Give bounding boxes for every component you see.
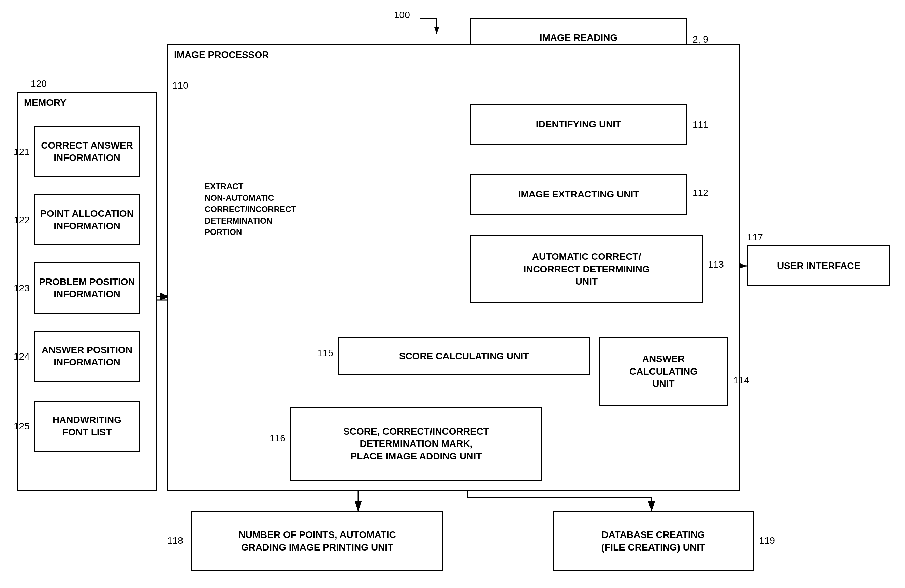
- ref-125: 125: [14, 421, 30, 432]
- identifying-unit-label: IDENTIFYING UNIT: [536, 118, 621, 130]
- ref-120: 120: [31, 78, 47, 89]
- score-mark-label: SCORE, CORRECT/INCORRECTDETERMINATION MA…: [343, 425, 489, 463]
- ref-124: 124: [14, 351, 30, 362]
- prob-position-label: PROBLEM POSITIONINFORMATION: [39, 276, 135, 301]
- database-label: DATABASE CREATING(FILE CREATING) UNIT: [602, 529, 705, 553]
- prob-position-box: PROBLEM POSITIONINFORMATION: [34, 263, 140, 314]
- num-points-box: NUMBER OF POINTS, AUTOMATICGRADING IMAGE…: [191, 511, 443, 571]
- extract-text-label: EXTRACTNON-AUTOMATICCORRECT/INCORRECTDET…: [205, 181, 317, 238]
- memory-label: MEMORY: [24, 97, 67, 108]
- ref-117: 117: [747, 232, 763, 243]
- handwriting-box: HANDWRITINGFONT LIST: [34, 401, 140, 452]
- ref-111: 111: [692, 119, 708, 130]
- score-calc-label: SCORE CALCULATING UNIT: [399, 350, 529, 362]
- ref-114: 114: [734, 375, 749, 386]
- ref-123: 123: [14, 283, 30, 294]
- image-processor-label: IMAGE PROCESSOR: [174, 49, 269, 60]
- answer-position-box: ANSWER POSITIONINFORMATION: [34, 331, 140, 382]
- ref-121: 121: [14, 147, 30, 157]
- ref-29: 2, 9: [692, 34, 708, 45]
- ref-115: 115: [317, 348, 333, 358]
- ref-110: 110: [172, 80, 188, 91]
- point-alloc-label: POINT ALLOCATIONINFORMATION: [40, 208, 134, 233]
- ref-100: 100: [394, 10, 410, 21]
- ref-112: 112: [692, 187, 708, 198]
- user-interface-box: USER INTERFACE: [747, 246, 890, 286]
- score-mark-box: SCORE, CORRECT/INCORRECTDETERMINATION MA…: [290, 407, 542, 481]
- image-extracting-unit-label: IMAGE EXTRACTING UNIT: [518, 188, 639, 200]
- auto-correct-box: AUTOMATIC CORRECT/INCORRECT DETERMININGU…: [470, 235, 703, 303]
- ref-122: 122: [14, 215, 30, 226]
- image-extracting-unit-box: IMAGE EXTRACTING UNIT: [470, 174, 687, 215]
- answer-calc-label: ANSWERCALCULATINGUNIT: [629, 353, 698, 390]
- auto-correct-label: AUTOMATIC CORRECT/INCORRECT DETERMININGU…: [523, 250, 649, 288]
- ref-119: 119: [759, 535, 775, 546]
- correct-answer-label: CORRECT ANSWERINFORMATION: [41, 139, 133, 164]
- score-calc-box: SCORE CALCULATING UNIT: [338, 338, 590, 375]
- answer-position-label: ANSWER POSITIONINFORMATION: [41, 344, 132, 369]
- answer-calc-box: ANSWERCALCULATINGUNIT: [599, 338, 728, 406]
- ref-118: 118: [167, 535, 183, 546]
- point-alloc-box: POINT ALLOCATIONINFORMATION: [34, 194, 140, 246]
- database-box: DATABASE CREATING(FILE CREATING) UNIT: [553, 511, 754, 571]
- identifying-unit-box: IDENTIFYING UNIT: [470, 104, 687, 145]
- ref-116: 116: [270, 433, 286, 444]
- num-points-label: NUMBER OF POINTS, AUTOMATICGRADING IMAGE…: [238, 529, 396, 553]
- handwriting-label: HANDWRITINGFONT LIST: [52, 414, 121, 439]
- user-interface-label: USER INTERFACE: [777, 260, 860, 272]
- ref-113: 113: [708, 259, 724, 270]
- correct-answer-box: CORRECT ANSWERINFORMATION: [34, 126, 140, 177]
